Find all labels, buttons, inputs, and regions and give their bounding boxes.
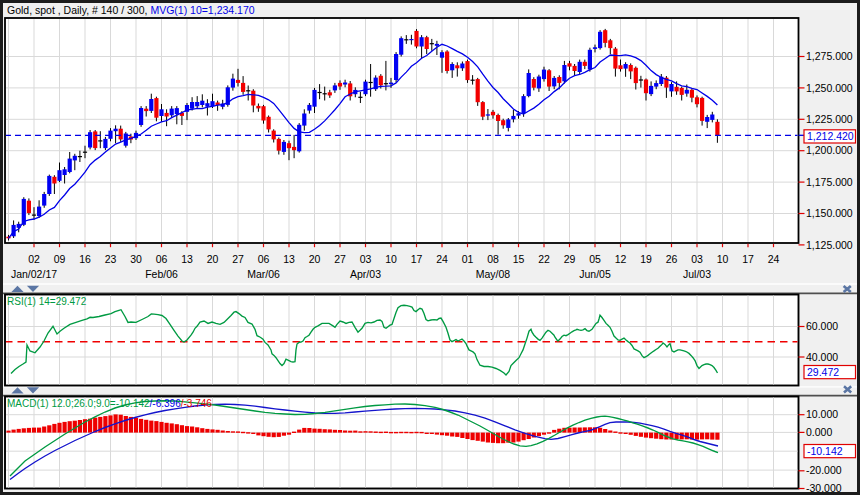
svg-text:1,150.000: 1,150.000 [806, 207, 853, 219]
svg-text:29.472: 29.472 [807, 366, 839, 378]
svg-text:24: 24 [768, 253, 780, 265]
svg-text:-20.000: -20.000 [806, 464, 842, 476]
svg-text:-10.142: -10.142 [807, 445, 843, 457]
svg-text:09: 09 [54, 253, 66, 265]
svg-text:40.000: 40.000 [806, 351, 838, 363]
svg-text:1,225.000: 1,225.000 [806, 113, 853, 125]
svg-text:30: 30 [130, 253, 142, 265]
svg-text:1,175.000: 1,175.000 [806, 176, 853, 188]
svg-text:20: 20 [207, 253, 219, 265]
svg-text:13: 13 [181, 253, 193, 265]
svg-text:17: 17 [742, 253, 754, 265]
svg-text:06: 06 [156, 253, 168, 265]
svg-text:27: 27 [334, 253, 346, 265]
svg-text:03: 03 [691, 253, 703, 265]
svg-text:10: 10 [717, 253, 729, 265]
svg-text:27: 27 [232, 253, 244, 265]
svg-text:1,125.000: 1,125.000 [806, 239, 853, 251]
svg-text:Jul/03: Jul/03 [683, 268, 711, 280]
svg-text:Jan/02/17: Jan/02/17 [11, 268, 57, 280]
svg-text:1,275.000: 1,275.000 [806, 50, 853, 62]
svg-text:10.000: 10.000 [806, 408, 838, 420]
svg-text:1,212.420: 1,212.420 [807, 130, 854, 142]
svg-text:02: 02 [28, 253, 40, 265]
svg-text:May/08: May/08 [476, 268, 511, 280]
svg-text:Jun/05: Jun/05 [579, 268, 611, 280]
svg-text:01: 01 [462, 253, 474, 265]
svg-text:Mar/06: Mar/06 [247, 268, 280, 280]
svg-text:08: 08 [487, 253, 499, 265]
svg-text:12: 12 [615, 253, 627, 265]
svg-text:29: 29 [564, 253, 576, 265]
svg-text:19: 19 [640, 253, 652, 265]
svg-text:Gold, spot , Daily, # 140 / 30: Gold, spot , Daily, # 140 / 300, MVG(1) … [7, 4, 255, 16]
svg-text:60.000: 60.000 [806, 320, 838, 332]
svg-text:0.000: 0.000 [806, 426, 832, 438]
svg-text:RSI(1) 14=29.472: RSI(1) 14=29.472 [7, 296, 87, 307]
svg-text:Apr/03: Apr/03 [350, 268, 381, 280]
svg-text:10: 10 [385, 253, 397, 265]
svg-text:22: 22 [538, 253, 550, 265]
svg-text:06: 06 [258, 253, 270, 265]
svg-text:26: 26 [666, 253, 678, 265]
svg-text:Feb/06: Feb/06 [145, 268, 178, 280]
svg-text:1,250.000: 1,250.000 [806, 82, 853, 94]
svg-text:15: 15 [513, 253, 525, 265]
svg-text:13: 13 [283, 253, 295, 265]
svg-text:03: 03 [360, 253, 372, 265]
svg-text:24: 24 [436, 253, 448, 265]
svg-text:1,200.000: 1,200.000 [806, 144, 853, 156]
svg-text:16: 16 [79, 253, 91, 265]
svg-text:23: 23 [105, 253, 117, 265]
svg-text:17: 17 [411, 253, 423, 265]
svg-text:20: 20 [309, 253, 321, 265]
svg-text:05: 05 [589, 253, 601, 265]
svg-text:MACD(1) 12.0;26.0;9.0=-10.142/: MACD(1) 12.0;26.0;9.0=-10.142/-6.396/-3.… [7, 398, 212, 409]
